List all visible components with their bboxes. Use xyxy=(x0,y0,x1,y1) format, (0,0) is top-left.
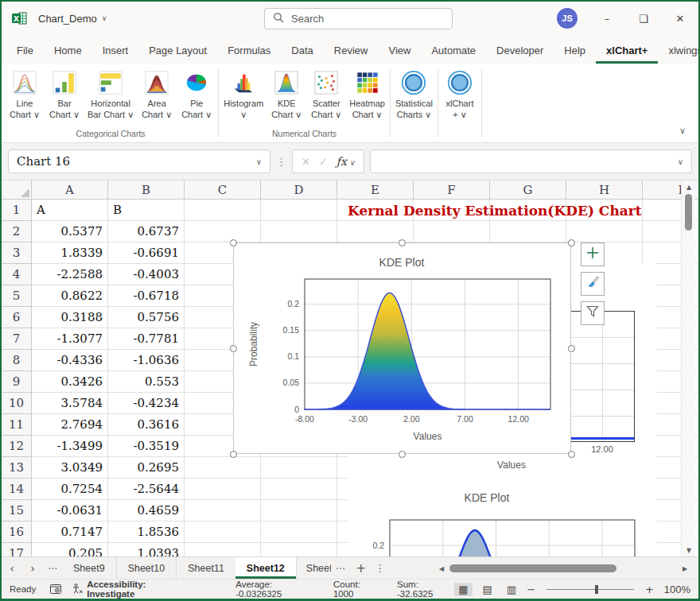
selection-handle[interactable] xyxy=(568,451,575,458)
horizontal-bar-chart-button[interactable]: HorizontalBar Chart ∨ xyxy=(84,68,137,122)
maximize-button[interactable]: ❑ xyxy=(625,2,662,35)
cell-B16[interactable]: 1.8536 xyxy=(108,522,185,543)
scroll-left-icon[interactable]: ◀ xyxy=(436,565,447,572)
cell-B3[interactable]: -0.6691 xyxy=(108,242,185,264)
minimize-button[interactable]: – xyxy=(589,2,625,35)
sheet-prev-icon[interactable]: ‹ xyxy=(2,562,22,575)
cell-D1[interactable] xyxy=(261,200,337,221)
cell-F2[interactable] xyxy=(414,221,490,242)
horizontal-scrollbar[interactable]: ◀ ▶ xyxy=(436,557,690,580)
cell-A4[interactable]: -2.2588 xyxy=(32,264,108,285)
sheet-tab-sheet9[interactable]: Sheet9 xyxy=(62,557,116,579)
page-layout-view-button[interactable]: ▤ xyxy=(479,583,496,596)
ribbon-tab-insert[interactable]: Insert xyxy=(92,38,139,64)
cell-A16[interactable]: 0.7147 xyxy=(32,522,108,543)
sheet-tab-sheet10[interactable]: Sheet10 xyxy=(116,557,177,579)
sheet-tab-sheet12[interactable]: Sheet12 xyxy=(235,557,296,579)
column-header-C[interactable]: C xyxy=(185,180,261,200)
sheet-tab-sheet1[interactable]: Sheet1 xyxy=(296,557,331,579)
row-header-16[interactable]: 16 xyxy=(2,522,32,543)
histogram-button[interactable]: Histogram∨ xyxy=(220,68,266,122)
column-header-D[interactable]: D xyxy=(261,180,337,200)
macro-record-icon[interactable] xyxy=(50,584,61,594)
scroll-down-icon[interactable]: ▼ xyxy=(682,547,696,554)
sheet-kebab-icon[interactable]: ⋮ xyxy=(372,562,388,574)
zoom-slider[interactable] xyxy=(546,589,634,590)
cell-H2[interactable] xyxy=(566,221,643,242)
cell-D14[interactable] xyxy=(261,479,337,500)
cell-A10[interactable]: 3.5784 xyxy=(32,393,108,414)
row-header-3[interactable]: 3 xyxy=(2,242,32,264)
formula-input[interactable]: ∨ xyxy=(370,149,692,173)
row-header-17[interactable]: 17 xyxy=(2,543,32,556)
selected-kde-chart[interactable]: KDE Plot00.050.10.150.2-8.00-3.002.007.0… xyxy=(233,242,571,454)
column-header-B[interactable]: B xyxy=(108,180,185,200)
cell-G2[interactable] xyxy=(490,221,566,242)
selection-handle[interactable] xyxy=(230,239,237,246)
cell-B2[interactable]: 0.6737 xyxy=(108,221,185,242)
cell-A15[interactable]: -0.0631 xyxy=(32,500,108,522)
column-header-G[interactable]: G xyxy=(490,180,566,200)
row-header-8[interactable]: 8 xyxy=(2,350,32,371)
avatar[interactable]: JS xyxy=(557,8,578,29)
name-box-chevron-icon[interactable]: ∨ xyxy=(256,157,262,166)
cell-A13[interactable]: 3.0349 xyxy=(32,457,108,479)
cell-C15[interactable] xyxy=(185,500,261,522)
selection-handle[interactable] xyxy=(399,239,406,246)
chart-styles-button[interactable] xyxy=(581,272,605,296)
cell-B9[interactable]: 0.553 xyxy=(108,371,185,393)
cell-A2[interactable]: 0.5377 xyxy=(32,221,108,242)
vertical-scrollbar[interactable]: ▲ ▼ xyxy=(681,180,695,556)
row-header-13[interactable]: 13 xyxy=(2,457,32,479)
cell-B15[interactable]: 0.4659 xyxy=(108,500,185,522)
cell-B14[interactable]: -2.5644 xyxy=(108,479,185,500)
row-header-2[interactable]: 2 xyxy=(2,221,32,242)
sheet-list-icon[interactable]: ⋯ xyxy=(43,562,62,574)
cell-B12[interactable]: -0.3519 xyxy=(108,436,185,457)
cell-D15[interactable] xyxy=(261,500,337,522)
ribbon-tab-xlwings[interactable]: xlwings xyxy=(658,38,700,64)
scatter-chart-button[interactable]: ScatterChart ∨ xyxy=(306,68,346,122)
cell-B13[interactable]: 0.2695 xyxy=(108,457,185,479)
cell-B6[interactable]: 0.5756 xyxy=(108,307,185,328)
cell-A7[interactable]: -1.3077 xyxy=(32,328,108,350)
vertical-scroll-thumb[interactable] xyxy=(685,194,692,231)
cell-A11[interactable]: 2.7694 xyxy=(32,414,108,436)
xlchart-button[interactable]: xlChart+ ∨ xyxy=(440,68,480,122)
ribbon-tab-view[interactable]: View xyxy=(378,38,421,64)
cell-C14[interactable] xyxy=(185,479,261,500)
cancel-icon[interactable]: ✕ xyxy=(301,156,310,168)
line-chart-button[interactable]: LineChart ∨ xyxy=(5,68,45,122)
enter-icon[interactable]: ✓ xyxy=(319,156,328,168)
row-header-10[interactable]: 10 xyxy=(2,393,32,414)
cell-C2[interactable] xyxy=(185,221,261,242)
column-header-F[interactable]: F xyxy=(414,180,490,200)
cell-A5[interactable]: 0.8622 xyxy=(32,285,108,307)
row-header-14[interactable]: 14 xyxy=(2,479,32,500)
cell-D2[interactable] xyxy=(261,221,337,242)
row-header-12[interactable]: 12 xyxy=(2,436,32,457)
row-header-11[interactable]: 11 xyxy=(2,414,32,436)
formula-bar-drag-handle[interactable]: ⋮ xyxy=(276,156,286,168)
zoom-in-button[interactable]: + xyxy=(645,584,654,595)
row-header-9[interactable]: 9 xyxy=(2,371,32,393)
insert-function-button[interactable]: ƒx∨ xyxy=(336,155,355,168)
selection-handle[interactable] xyxy=(399,451,406,458)
row-header-1[interactable]: 1 xyxy=(2,200,32,221)
chart-elements-button[interactable] xyxy=(581,242,605,266)
cell-A9[interactable]: 0.3426 xyxy=(32,371,108,393)
cell-B5[interactable]: -0.6718 xyxy=(108,285,185,307)
column-header-H[interactable]: H xyxy=(566,180,643,200)
cell-A17[interactable]: 0.205 xyxy=(32,543,108,556)
cell-B7[interactable]: -0.7781 xyxy=(108,328,185,350)
workbook-title[interactable]: Chart_Demo ∨ xyxy=(38,13,107,25)
name-box[interactable]: Chart 16 ∨ xyxy=(8,149,270,173)
heatmap-chart-button[interactable]: HeatmapChart ∨ xyxy=(346,68,388,122)
collapse-ribbon-icon[interactable]: ∨ xyxy=(679,126,686,136)
bar-chart-button[interactable]: BarChart ∨ xyxy=(45,68,84,122)
cell-A14[interactable]: 0.7254 xyxy=(32,479,108,500)
cell-D16[interactable] xyxy=(261,522,337,543)
cell-D13[interactable] xyxy=(261,457,337,479)
row-header-7[interactable]: 7 xyxy=(2,328,32,350)
row-header-15[interactable]: 15 xyxy=(2,500,32,522)
